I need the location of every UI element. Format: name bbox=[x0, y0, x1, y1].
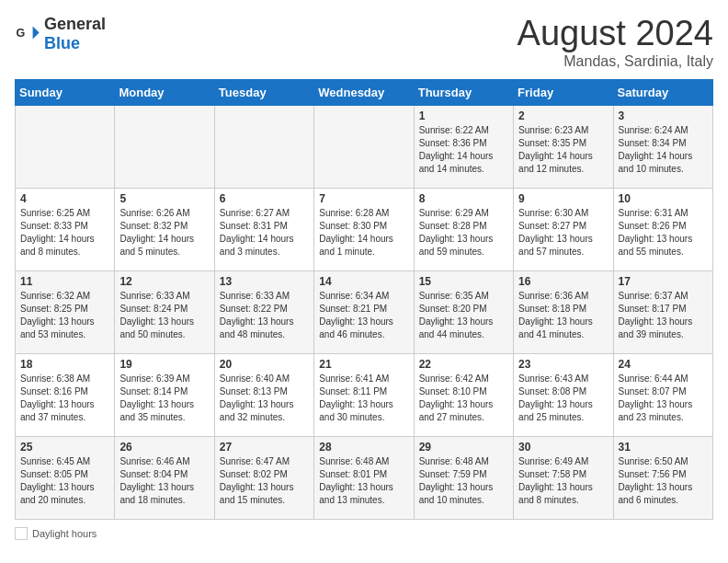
header: G General Blue August 2024 Mandas, Sardi… bbox=[15, 15, 713, 70]
day-info: Sunrise: 6:35 AM Sunset: 8:20 PM Dayligh… bbox=[419, 290, 508, 341]
day-number: 5 bbox=[119, 192, 209, 205]
day-info: Sunrise: 6:22 AM Sunset: 8:36 PM Dayligh… bbox=[419, 124, 508, 176]
day-info: Sunrise: 6:46 AM Sunset: 8:04 PM Dayligh… bbox=[119, 455, 209, 507]
day-info: Sunrise: 6:25 AM Sunset: 8:33 PM Dayligh… bbox=[20, 207, 109, 259]
logo-blue: Blue bbox=[44, 34, 80, 52]
calendar-day-cell: 4Sunrise: 6:25 AM Sunset: 8:33 PM Daylig… bbox=[16, 188, 115, 270]
day-number: 19 bbox=[119, 358, 209, 371]
day-number: 31 bbox=[619, 441, 708, 454]
calendar-day-cell: 5Sunrise: 6:26 AM Sunset: 8:32 PM Daylig… bbox=[115, 188, 214, 270]
day-info: Sunrise: 6:30 AM Sunset: 8:27 PM Dayligh… bbox=[518, 207, 608, 259]
day-number: 17 bbox=[619, 275, 708, 288]
day-info: Sunrise: 6:44 AM Sunset: 8:07 PM Dayligh… bbox=[619, 373, 708, 424]
calendar-day-cell: 13Sunrise: 6:33 AM Sunset: 8:22 PM Dayli… bbox=[214, 270, 313, 353]
day-number: 12 bbox=[119, 275, 209, 288]
location: Mandas, Sardinia, Italy bbox=[518, 53, 713, 70]
day-info: Sunrise: 6:28 AM Sunset: 8:30 PM Dayligh… bbox=[319, 207, 408, 259]
logo-icon: G bbox=[15, 21, 40, 47]
calendar-day-cell: 6Sunrise: 6:27 AM Sunset: 8:31 PM Daylig… bbox=[214, 188, 313, 270]
day-info: Sunrise: 6:48 AM Sunset: 7:59 PM Dayligh… bbox=[419, 455, 508, 507]
day-info: Sunrise: 6:26 AM Sunset: 8:32 PM Dayligh… bbox=[119, 207, 209, 259]
calendar-day-cell: 23Sunrise: 6:43 AM Sunset: 8:08 PM Dayli… bbox=[514, 353, 613, 436]
day-number: 4 bbox=[20, 192, 109, 205]
day-info: Sunrise: 6:38 AM Sunset: 8:16 PM Dayligh… bbox=[20, 373, 109, 424]
day-info: Sunrise: 6:33 AM Sunset: 8:22 PM Dayligh… bbox=[220, 290, 309, 341]
calendar-day-cell: 14Sunrise: 6:34 AM Sunset: 8:21 PM Dayli… bbox=[314, 270, 414, 353]
calendar-day-cell: 10Sunrise: 6:31 AM Sunset: 8:26 PM Dayli… bbox=[613, 188, 712, 270]
calendar-day-cell: 17Sunrise: 6:37 AM Sunset: 8:17 PM Dayli… bbox=[613, 270, 712, 353]
calendar-day-cell: 12Sunrise: 6:33 AM Sunset: 8:24 PM Dayli… bbox=[115, 270, 214, 353]
calendar-header-row: SundayMondayTuesdayWednesdayThursdayFrid… bbox=[16, 79, 713, 105]
calendar-day-cell: 3Sunrise: 6:24 AM Sunset: 8:34 PM Daylig… bbox=[613, 105, 712, 188]
calendar-day-cell bbox=[214, 105, 313, 188]
calendar-day-cell bbox=[115, 105, 214, 188]
calendar-day-cell: 31Sunrise: 6:50 AM Sunset: 7:56 PM Dayli… bbox=[613, 436, 712, 519]
day-info: Sunrise: 6:45 AM Sunset: 8:05 PM Dayligh… bbox=[20, 455, 109, 507]
calendar-day-cell bbox=[314, 105, 414, 188]
day-info: Sunrise: 6:24 AM Sunset: 8:34 PM Dayligh… bbox=[619, 124, 708, 176]
legend-daylight-label: Daylight hours bbox=[32, 528, 97, 539]
day-info: Sunrise: 6:39 AM Sunset: 8:14 PM Dayligh… bbox=[119, 373, 209, 424]
day-number: 27 bbox=[220, 441, 309, 454]
day-number: 3 bbox=[619, 109, 708, 122]
calendar-week-row: 1Sunrise: 6:22 AM Sunset: 8:36 PM Daylig… bbox=[16, 105, 713, 188]
day-number: 23 bbox=[518, 358, 608, 371]
calendar-day-cell: 24Sunrise: 6:44 AM Sunset: 8:07 PM Dayli… bbox=[613, 353, 712, 436]
svg-marker-1 bbox=[33, 27, 40, 40]
day-number: 25 bbox=[20, 441, 109, 454]
day-number: 15 bbox=[419, 275, 508, 288]
logo-general: General bbox=[44, 15, 106, 33]
day-number: 8 bbox=[419, 192, 508, 205]
day-number: 9 bbox=[518, 192, 608, 205]
calendar-day-cell: 25Sunrise: 6:45 AM Sunset: 8:05 PM Dayli… bbox=[16, 436, 115, 519]
calendar-day-cell: 15Sunrise: 6:35 AM Sunset: 8:20 PM Dayli… bbox=[414, 270, 513, 353]
day-number: 28 bbox=[319, 441, 408, 454]
day-number: 1 bbox=[419, 109, 508, 122]
day-info: Sunrise: 6:48 AM Sunset: 8:01 PM Dayligh… bbox=[319, 455, 408, 507]
day-info: Sunrise: 6:31 AM Sunset: 8:26 PM Dayligh… bbox=[619, 207, 708, 259]
calendar-day-cell: 26Sunrise: 6:46 AM Sunset: 8:04 PM Dayli… bbox=[115, 436, 214, 519]
day-number: 7 bbox=[319, 192, 408, 205]
calendar-header-saturday: Saturday bbox=[613, 79, 712, 105]
calendar-week-row: 11Sunrise: 6:32 AM Sunset: 8:25 PM Dayli… bbox=[16, 270, 713, 353]
calendar-day-cell: 11Sunrise: 6:32 AM Sunset: 8:25 PM Dayli… bbox=[16, 270, 115, 353]
day-info: Sunrise: 6:47 AM Sunset: 8:02 PM Dayligh… bbox=[220, 455, 309, 507]
day-number: 21 bbox=[319, 358, 408, 371]
day-number: 16 bbox=[518, 275, 608, 288]
day-number: 18 bbox=[20, 358, 109, 371]
calendar-day-cell: 27Sunrise: 6:47 AM Sunset: 8:02 PM Dayli… bbox=[214, 436, 313, 519]
calendar-day-cell: 7Sunrise: 6:28 AM Sunset: 8:30 PM Daylig… bbox=[314, 188, 414, 270]
calendar-week-row: 25Sunrise: 6:45 AM Sunset: 8:05 PM Dayli… bbox=[16, 436, 713, 519]
day-number: 22 bbox=[419, 358, 508, 371]
day-info: Sunrise: 6:29 AM Sunset: 8:28 PM Dayligh… bbox=[419, 207, 508, 259]
calendar-day-cell: 8Sunrise: 6:29 AM Sunset: 8:28 PM Daylig… bbox=[414, 188, 513, 270]
calendar-day-cell: 28Sunrise: 6:48 AM Sunset: 8:01 PM Dayli… bbox=[314, 436, 414, 519]
day-info: Sunrise: 6:32 AM Sunset: 8:25 PM Dayligh… bbox=[20, 290, 109, 341]
day-info: Sunrise: 6:50 AM Sunset: 7:56 PM Dayligh… bbox=[619, 455, 708, 507]
calendar-header-tuesday: Tuesday bbox=[214, 79, 313, 105]
calendar-day-cell: 16Sunrise: 6:36 AM Sunset: 8:18 PM Dayli… bbox=[514, 270, 613, 353]
day-number: 30 bbox=[518, 441, 608, 454]
calendar-day-cell: 19Sunrise: 6:39 AM Sunset: 8:14 PM Dayli… bbox=[115, 353, 214, 436]
day-info: Sunrise: 6:37 AM Sunset: 8:17 PM Dayligh… bbox=[619, 290, 708, 341]
calendar-header-monday: Monday bbox=[115, 79, 214, 105]
day-info: Sunrise: 6:36 AM Sunset: 8:18 PM Dayligh… bbox=[518, 290, 608, 341]
calendar-day-cell: 9Sunrise: 6:30 AM Sunset: 8:27 PM Daylig… bbox=[514, 188, 613, 270]
day-info: Sunrise: 6:23 AM Sunset: 8:35 PM Dayligh… bbox=[518, 124, 608, 176]
calendar-header-wednesday: Wednesday bbox=[314, 79, 414, 105]
calendar-week-row: 4Sunrise: 6:25 AM Sunset: 8:33 PM Daylig… bbox=[16, 188, 713, 270]
day-number: 29 bbox=[419, 441, 508, 454]
calendar-header-thursday: Thursday bbox=[414, 79, 513, 105]
svg-text:G: G bbox=[16, 27, 25, 40]
title-area: August 2024 Mandas, Sardinia, Italy bbox=[518, 15, 713, 70]
day-info: Sunrise: 6:43 AM Sunset: 8:08 PM Dayligh… bbox=[518, 373, 608, 424]
calendar-body: 1Sunrise: 6:22 AM Sunset: 8:36 PM Daylig… bbox=[16, 105, 713, 519]
calendar-day-cell: 21Sunrise: 6:41 AM Sunset: 8:11 PM Dayli… bbox=[314, 353, 414, 436]
month-year: August 2024 bbox=[518, 15, 713, 53]
calendar-day-cell: 1Sunrise: 6:22 AM Sunset: 8:36 PM Daylig… bbox=[414, 105, 513, 188]
legend: Daylight hours bbox=[15, 527, 713, 540]
calendar-day-cell bbox=[16, 105, 115, 188]
calendar-day-cell: 18Sunrise: 6:38 AM Sunset: 8:16 PM Dayli… bbox=[16, 353, 115, 436]
calendar-week-row: 18Sunrise: 6:38 AM Sunset: 8:16 PM Dayli… bbox=[16, 353, 713, 436]
day-number: 6 bbox=[220, 192, 309, 205]
